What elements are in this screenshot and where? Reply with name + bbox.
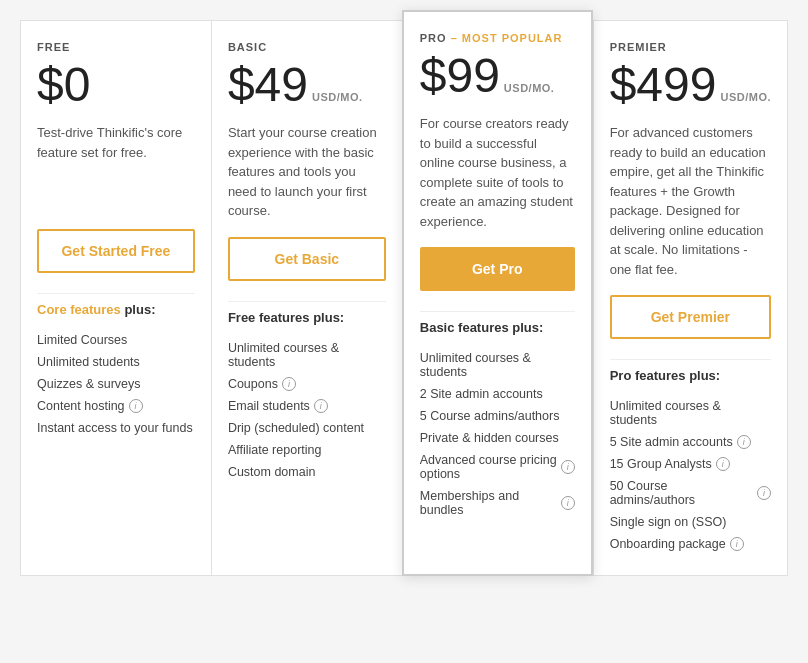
feature-text-pro-0: Unlimited courses & students xyxy=(420,351,575,379)
features-header-premier: Pro features plus: xyxy=(610,359,771,383)
price-row-premier: $499USD/MO. xyxy=(610,61,771,109)
price-amount-premier: $499 xyxy=(610,61,717,109)
info-icon-basic-1[interactable]: i xyxy=(282,377,296,391)
feature-item-free-0: Limited Courses xyxy=(37,329,195,351)
feature-text-pro-5: Memberships and bundles xyxy=(420,489,557,517)
feature-item-free-1: Unlimited students xyxy=(37,351,195,373)
feature-text-premier-4: Single sign on (SSO) xyxy=(610,515,727,529)
features-header-free: Core features plus: xyxy=(37,293,195,317)
plan-card-pro: PRO – MOST POPULAR$99USD/MO.For course c… xyxy=(402,10,593,576)
features-header-pro: Basic features plus: xyxy=(420,311,575,335)
plan-name-free: FREE xyxy=(37,41,195,53)
feature-text-premier-1: 5 Site admin accounts xyxy=(610,435,733,449)
info-icon-pro-5[interactable]: i xyxy=(561,496,575,510)
feature-item-premier-4: Single sign on (SSO) xyxy=(610,511,771,533)
info-icon-premier-2[interactable]: i xyxy=(716,457,730,471)
plan-desc-free: Test-drive Thinkific's core feature set … xyxy=(37,123,195,213)
features-section-pro: Basic features plus:Unlimited courses & … xyxy=(420,311,575,521)
feature-item-premier-2: 15 Group Analystsi xyxy=(610,453,771,475)
feature-item-pro-4: Advanced course pricing optionsi xyxy=(420,449,575,485)
feature-item-pro-2: 5 Course admins/authors xyxy=(420,405,575,427)
feature-item-basic-2: Email studentsi xyxy=(228,395,386,417)
cta-button-pro[interactable]: Get Pro xyxy=(420,247,575,291)
features-header-basic: Free features plus: xyxy=(228,301,386,325)
feature-text-basic-3: Drip (scheduled) content xyxy=(228,421,364,435)
plan-desc-basic: Start your course creation experience wi… xyxy=(228,123,386,221)
feature-text-premier-0: Unlimited courses & students xyxy=(610,399,771,427)
plan-card-free: FREE$0Test-drive Thinkific's core featur… xyxy=(20,20,211,576)
feature-text-free-3: Content hosting xyxy=(37,399,125,413)
feature-text-free-4: Instant access to your funds xyxy=(37,421,193,435)
features-highlight: Core features xyxy=(37,302,121,317)
info-icon-pro-4[interactable]: i xyxy=(561,460,575,474)
plan-name-pro: PRO – MOST POPULAR xyxy=(420,32,575,44)
plan-name-basic: BASIC xyxy=(228,41,386,53)
price-unit-pro: USD/MO. xyxy=(504,82,555,94)
feature-text-free-1: Unlimited students xyxy=(37,355,140,369)
feature-text-basic-4: Affiliate reporting xyxy=(228,443,322,457)
feature-text-pro-4: Advanced course pricing options xyxy=(420,453,557,481)
feature-item-pro-1: 2 Site admin accounts xyxy=(420,383,575,405)
feature-text-premier-3: 50 Course admins/authors xyxy=(610,479,753,507)
feature-item-premier-0: Unlimited courses & students xyxy=(610,395,771,431)
info-icon-premier-5[interactable]: i xyxy=(730,537,744,551)
feature-item-free-4: Instant access to your funds xyxy=(37,417,195,439)
features-section-basic: Free features plus:Unlimited courses & s… xyxy=(228,301,386,483)
feature-item-pro-3: Private & hidden courses xyxy=(420,427,575,449)
cta-button-free[interactable]: Get Started Free xyxy=(37,229,195,273)
plan-card-premier: PREMIER$499USD/MO.For advanced customers… xyxy=(593,20,788,576)
most-popular-badge: – MOST POPULAR xyxy=(451,32,563,44)
feature-item-basic-4: Affiliate reporting xyxy=(228,439,386,461)
price-amount-free: $0 xyxy=(37,61,90,109)
feature-item-premier-1: 5 Site admin accountsi xyxy=(610,431,771,453)
feature-text-pro-1: 2 Site admin accounts xyxy=(420,387,543,401)
price-unit-premier: USD/MO. xyxy=(720,91,771,103)
feature-text-premier-2: 15 Group Analysts xyxy=(610,457,712,471)
plan-desc-premier: For advanced customers ready to build an… xyxy=(610,123,771,279)
feature-text-pro-2: 5 Course admins/authors xyxy=(420,409,560,423)
price-amount-basic: $49 xyxy=(228,61,308,109)
feature-text-basic-0: Unlimited courses & students xyxy=(228,341,386,369)
cta-button-premier[interactable]: Get Premier xyxy=(610,295,771,339)
feature-item-free-3: Content hostingi xyxy=(37,395,195,417)
price-amount-pro: $99 xyxy=(420,52,500,100)
price-row-free: $0 xyxy=(37,61,195,109)
info-icon-basic-2[interactable]: i xyxy=(314,399,328,413)
feature-text-free-2: Quizzes & surveys xyxy=(37,377,141,391)
price-row-pro: $99USD/MO. xyxy=(420,52,575,100)
feature-text-premier-5: Onboarding package xyxy=(610,537,726,551)
cta-button-basic[interactable]: Get Basic xyxy=(228,237,386,281)
info-icon-premier-3[interactable]: i xyxy=(757,486,771,500)
price-unit-basic: USD/MO. xyxy=(312,91,363,103)
feature-item-basic-3: Drip (scheduled) content xyxy=(228,417,386,439)
features-section-free: Core features plus:Limited CoursesUnlimi… xyxy=(37,293,195,439)
feature-item-basic-5: Custom domain xyxy=(228,461,386,483)
feature-item-basic-0: Unlimited courses & students xyxy=(228,337,386,373)
feature-item-basic-1: Couponsi xyxy=(228,373,386,395)
feature-item-pro-0: Unlimited courses & students xyxy=(420,347,575,383)
plan-name-premier: PREMIER xyxy=(610,41,771,53)
feature-text-basic-2: Email students xyxy=(228,399,310,413)
pricing-grid: FREE$0Test-drive Thinkific's core featur… xyxy=(20,20,788,576)
feature-item-premier-3: 50 Course admins/authorsi xyxy=(610,475,771,511)
feature-text-basic-5: Custom domain xyxy=(228,465,316,479)
features-section-premier: Pro features plus:Unlimited courses & st… xyxy=(610,359,771,555)
plan-card-basic: BASIC$49USD/MO.Start your course creatio… xyxy=(211,20,402,576)
price-row-basic: $49USD/MO. xyxy=(228,61,386,109)
info-icon-premier-1[interactable]: i xyxy=(737,435,751,449)
feature-text-free-0: Limited Courses xyxy=(37,333,127,347)
feature-item-premier-5: Onboarding packagei xyxy=(610,533,771,555)
feature-text-basic-1: Coupons xyxy=(228,377,278,391)
plan-desc-pro: For course creators ready to build a suc… xyxy=(420,114,575,231)
feature-item-pro-5: Memberships and bundlesi xyxy=(420,485,575,521)
feature-text-pro-3: Private & hidden courses xyxy=(420,431,559,445)
info-icon-free-3[interactable]: i xyxy=(129,399,143,413)
feature-item-free-2: Quizzes & surveys xyxy=(37,373,195,395)
